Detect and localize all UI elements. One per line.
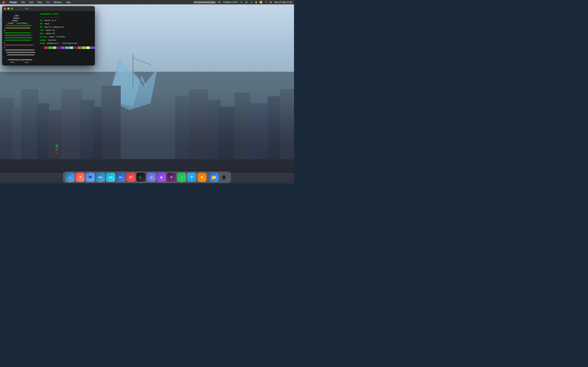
neofetch-user: simo@makro.local (40, 13, 59, 15)
color-swatch-bright-red (78, 47, 82, 49)
dock-craft[interactable]: ✦ (76, 173, 85, 182)
dock-spotify[interactable]: ♪ (177, 173, 186, 182)
no-events-badge[interactable]: No more events today (193, 1, 216, 4)
wifi-icon[interactable]: 📶 (259, 1, 263, 3)
neofetch-wm: Quartz Compositor (44, 26, 64, 28)
maximize-button[interactable] (11, 8, 13, 10)
menubar-right: No more events today ⚙ 1229rpm / 64°C A … (193, 1, 293, 4)
menu-view[interactable]: View (37, 1, 43, 3)
terminal-window[interactable]: ⌥⌘1 ~ 'c. ,XNMM. .OMMMMo OMMM0, .;loddo:… (2, 6, 95, 66)
menu-edit[interactable]: Edit (28, 1, 34, 3)
datetime-display[interactable]: Mon 27 May 22:39 (274, 1, 293, 3)
dock: ⌂ ✦ ✉ WS GO PC 27 $_ ◎ ◆ # ♪ (63, 172, 231, 183)
color-swatch-red (44, 47, 48, 49)
dock-running-dot (70, 182, 70, 183)
color-swatch-bright-yellow (86, 47, 90, 49)
svg-line-22 (133, 58, 150, 65)
neofetch-artist: Slavi Trifonov (49, 36, 65, 38)
dock-running-dot (100, 182, 101, 183)
dock-discord[interactable]: ◎ (147, 173, 156, 182)
terminal-tab-label[interactable]: ⌥⌘1 (25, 7, 29, 10)
dock-pycharm[interactable]: PC (116, 173, 125, 182)
neofetch-cpu: Apple M1 (46, 29, 55, 31)
color-swatch-yellow (52, 47, 56, 49)
dock-running-dot (141, 182, 141, 183)
dock-todoist[interactable]: 27 (126, 173, 135, 182)
system-info: simo@makro.local ───────────────── OS: m… (40, 12, 95, 64)
terminal-body[interactable]: 'c. ,XNMM. .OMMMMo OMMM0, .;loddo:' lool… (2, 11, 95, 66)
svg-rect-20 (0, 159, 294, 173)
menu-window[interactable]: Window (53, 1, 62, 3)
bluetooth-icon[interactable]: ⬡ (264, 1, 268, 3)
menu-help[interactable]: Help (65, 1, 71, 3)
dock-mail[interactable]: ✉ (86, 173, 95, 182)
svg-point-25 (55, 148, 58, 151)
close-button[interactable] (4, 8, 6, 10)
active-app-name[interactable]: Finder (9, 1, 18, 4)
dock-iterm2[interactable]: $_ (137, 173, 146, 182)
minimize-button[interactable] (7, 8, 9, 10)
neofetch-song: Kombainero - Inteligentska (47, 42, 77, 44)
dock-reeder[interactable]: ★ (197, 173, 207, 182)
color-swatch-blue (57, 47, 61, 49)
color-swatch-green (48, 47, 52, 49)
color-swatch-bright-magenta (95, 47, 95, 49)
airplay-display-icon[interactable]: ▭ (250, 1, 253, 3)
color-swatch-white (69, 47, 73, 49)
color-swatch-black (40, 47, 44, 49)
accessibility-icon[interactable]: A (240, 1, 243, 3)
apple-menu[interactable]: 🍎 (1, 1, 6, 4)
dock-obsidian[interactable]: ◆ (157, 173, 166, 182)
dock-slack[interactable]: # (167, 173, 176, 182)
menubar: 🍎 Finder File Edit View Go Window Help N… (0, 0, 294, 4)
ascii-art: 'c. ,XNMM. .OMMMMo OMMM0, .;loddo:' lool… (4, 12, 36, 64)
control-center-icon[interactable]: ⊞ (269, 1, 272, 3)
volume-icon[interactable]: 🔊 (244, 1, 249, 3)
dock-telegram[interactable]: ✈ (187, 173, 196, 182)
terminal-titlebar: ⌥⌘1 ~ (2, 6, 95, 11)
dock-webstorm[interactable]: WS (96, 173, 105, 182)
battery-icon[interactable]: ▮ (255, 1, 257, 3)
neofetch-gpu: Apple M1 (46, 33, 55, 35)
cpu-fan-icon: ⚙ (217, 1, 221, 3)
dock-goland[interactable]: GO (106, 173, 115, 182)
color-swatch-magenta (61, 47, 65, 49)
neofetch-album: Hushove (48, 39, 56, 41)
color-swatch-bright-green (82, 47, 86, 49)
svg-point-26 (55, 151, 58, 154)
cityscape-svg (0, 54, 294, 173)
dock-finder[interactable]: ⌂ (65, 173, 75, 182)
dock-running-dot (181, 182, 182, 183)
dock-folder[interactable]: 📂 (209, 173, 219, 182)
neofetch-de: Aqua (44, 23, 49, 25)
color-bar (40, 47, 95, 49)
neofetch-os: macOS 14.4 (44, 19, 56, 22)
color-swatch-bright-blue (90, 47, 94, 49)
color-swatch-cyan (65, 47, 69, 49)
cpu-temp-display[interactable]: 1229rpm / 64°C (222, 1, 239, 3)
terminal-path: ~ (32, 7, 33, 10)
menu-go[interactable]: Go (46, 1, 50, 3)
neofetch-separator: ───────────────── (40, 16, 95, 19)
menubar-left: 🍎 Finder File Edit View Go Window Help (1, 1, 71, 4)
svg-point-24 (55, 144, 58, 147)
menu-file[interactable]: File (21, 1, 26, 3)
dock-trash[interactable]: 🗑 (220, 173, 229, 182)
color-swatch-bright-black (73, 47, 77, 49)
